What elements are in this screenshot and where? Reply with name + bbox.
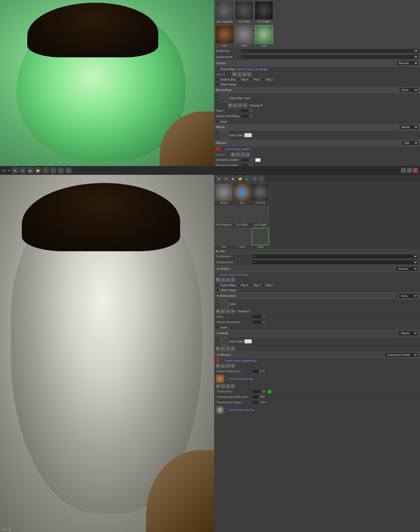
toolbar-btn-remove[interactable]: ⊗	[20, 167, 26, 173]
surface-section-header[interactable]: Surface: Normals	[214, 60, 420, 67]
thumb-head[interactable]: Head	[255, 25, 273, 47]
b-scatter-depth-input[interactable]	[252, 369, 267, 373]
sub-search-btn[interactable]: 🔍	[231, 152, 235, 157]
close-button[interactable]: ✕	[413, 168, 418, 173]
b-g-edit-btn[interactable]: ✏	[221, 309, 225, 314]
b-n-reload-btn[interactable]: ↺	[231, 278, 235, 282]
b-displacement-select[interactable]: –	[252, 260, 418, 265]
b-a-search-btn[interactable]: 🔍	[216, 347, 220, 351]
b-a-edit-btn[interactable]: ✏	[221, 347, 225, 351]
b-surface-section-hdr[interactable]: ▼ Surface: Normals	[214, 265, 420, 272]
b-s-edit-btn[interactable]: ✏	[221, 364, 225, 368]
b-diffusion-section-hdr[interactable]: ▼ Diffusion: Subsurface Scatter	[214, 351, 420, 358]
normal-smoothing-input[interactable]	[240, 163, 254, 166]
normal-map-checkbox[interactable]	[216, 67, 219, 71]
b-microsurface-mode-select[interactable]: Gloss	[399, 294, 418, 298]
albedo-map-checkbox[interactable]	[216, 134, 219, 137]
thumb-hand[interactable]: Hand	[235, 25, 254, 47]
flip-x-checkbox[interactable]	[237, 78, 240, 81]
minimize-button[interactable]: —	[401, 168, 406, 173]
sub-clear-btn[interactable]: ✕	[241, 152, 245, 157]
b-thumb-hand[interactable]: Hand	[233, 228, 251, 248]
toolbar-btn-redo[interactable]: ⟳	[58, 167, 64, 173]
b-thumb-hair[interactable]: Hair	[215, 228, 233, 248]
subdivision-select[interactable]: –	[240, 49, 418, 53]
b-a-clear-btn[interactable]: ✕	[226, 347, 230, 351]
b-flip-z-checkbox[interactable]	[262, 283, 265, 287]
b-invert-checkbox[interactable]	[216, 326, 219, 329]
gloss-clear-btn[interactable]: ✕	[238, 103, 242, 108]
microsurface-section-header[interactable]: Microsurface: Gloss	[214, 87, 420, 93]
b-s-reload-btn[interactable]: ↺	[231, 364, 235, 368]
surface-mode-select[interactable]: Normals	[397, 61, 418, 66]
b-btn-add[interactable]: ⊕	[216, 176, 222, 182]
toolbar-btn-add[interactable]: ⊕	[12, 167, 18, 173]
subdermis-scatter-input[interactable]	[240, 158, 254, 162]
b-n-edit-btn[interactable]: ✏	[221, 278, 225, 282]
diffusion-mode-select[interactable]: Skin	[402, 141, 418, 145]
gloss-map-checkbox[interactable]	[216, 96, 219, 100]
maximize-button[interactable]: □	[407, 168, 412, 173]
gloss-input[interactable]	[240, 109, 254, 113]
b-btn-redo[interactable]: ⟳	[258, 176, 264, 182]
b-flip-x-checkbox[interactable]	[237, 283, 240, 287]
b-t-edit-btn[interactable]: ✏	[221, 384, 225, 388]
edit-icon-btn[interactable]: ✏	[237, 72, 242, 76]
b-s-search-btn[interactable]: 🔍	[216, 364, 220, 368]
b-btn-undo[interactable]: ↺	[251, 176, 257, 182]
diffusion-section-header[interactable]: Diffusion: Skin	[214, 140, 420, 146]
b-gloss-map-checkbox[interactable]	[216, 302, 219, 306]
b-btn-remove[interactable]: ⊗	[223, 176, 229, 182]
albedo-color-swatch[interactable]	[244, 133, 252, 137]
b-trans-depth-input[interactable]	[252, 395, 267, 399]
b-t-reload-btn[interactable]: ↺	[231, 384, 235, 388]
b-g-search-btn[interactable]: 🔍	[216, 309, 220, 314]
scale-bias-checkbox[interactable]	[216, 78, 219, 81]
b-g-clear-btn[interactable]: ✕	[226, 309, 230, 314]
toolbar-btn-undo[interactable]: ↺	[50, 167, 56, 173]
b-thumb-default[interactable]: Default	[215, 184, 233, 204]
b-translucency-input[interactable]	[252, 389, 267, 394]
toolbar-btn-diamond[interactable]: ◆	[27, 167, 33, 173]
thumb-gun-trigger[interactable]: Gun Trigger	[255, 1, 273, 23]
search-icon-btn[interactable]: 🔍	[232, 72, 237, 76]
b-fuzz-map-checkbox[interactable]	[225, 408, 228, 412]
b-btn-menu[interactable]: ≡	[244, 176, 250, 182]
b-diffusion-mode-select[interactable]: Subsurface Scatter	[385, 353, 418, 357]
gloss-search-btn[interactable]: 🔍	[228, 103, 233, 108]
b-albedo-mode-select[interactable]: Albedo	[399, 331, 418, 336]
thumb-gun-magazine[interactable]: Gun Magazine	[215, 1, 234, 23]
b-t-clear-btn[interactable]: ✕	[226, 384, 230, 388]
b-horizon-smoothing-input[interactable]	[252, 320, 267, 324]
b-microsurface-section-hdr[interactable]: ▼ Microsurface: Gloss	[214, 292, 420, 299]
b-thumb-head[interactable]: Head	[252, 228, 269, 248]
clear-icon-btn[interactable]: ✕	[242, 72, 246, 76]
b-normal-map-checkbox[interactable]	[216, 273, 219, 276]
b-g-reload-btn[interactable]: ↺	[231, 309, 235, 314]
b-btn-diamond[interactable]: ◆	[230, 176, 236, 182]
b-flip-y-checkbox[interactable]	[249, 283, 252, 287]
b-albedo-map-checkbox[interactable]	[216, 340, 219, 343]
b-subdivision-select[interactable]: –	[252, 254, 418, 259]
thumb-gun-slider[interactable]: Gun Slider	[235, 1, 254, 23]
gloss-reload-btn[interactable]: ↺	[243, 103, 247, 108]
b-albedo-section-hdr[interactable]: ▼ Albedo: Albedo	[214, 330, 420, 337]
b-n-search-btn[interactable]: 🔍	[216, 278, 220, 282]
b-surface-mode-select[interactable]: Normals	[396, 267, 418, 271]
horizon-smoothing-input[interactable]	[240, 114, 254, 118]
sub-edit-btn[interactable]: ✏	[236, 152, 240, 157]
b-a-reload-btn[interactable]: ↺	[231, 347, 235, 351]
toolbar-btn-folder[interactable]: 📁	[35, 167, 41, 173]
albedo-mode-select[interactable]: Albedo	[399, 125, 418, 129]
toolbar-btn-menu[interactable]: ≡	[43, 167, 49, 173]
b-btn-folder[interactable]: 📁	[237, 176, 243, 182]
albedo-section-header[interactable]: Albedo: Albedo	[214, 124, 420, 131]
object-space-checkbox[interactable]	[216, 83, 219, 86]
b-albedo-color-swatch[interactable]	[244, 339, 252, 344]
subdermis-color[interactable]	[255, 158, 261, 162]
displacement-select[interactable]: –	[240, 55, 418, 59]
b-thumb-guntrigger[interactable]: Gun Trigger	[252, 206, 269, 226]
b-thumb-gungrip[interactable]: Gun Grip	[252, 184, 269, 204]
main-section-header[interactable]: ▶ Main	[214, 249, 420, 253]
microsurface-mode-select[interactable]: Gloss	[399, 88, 418, 92]
